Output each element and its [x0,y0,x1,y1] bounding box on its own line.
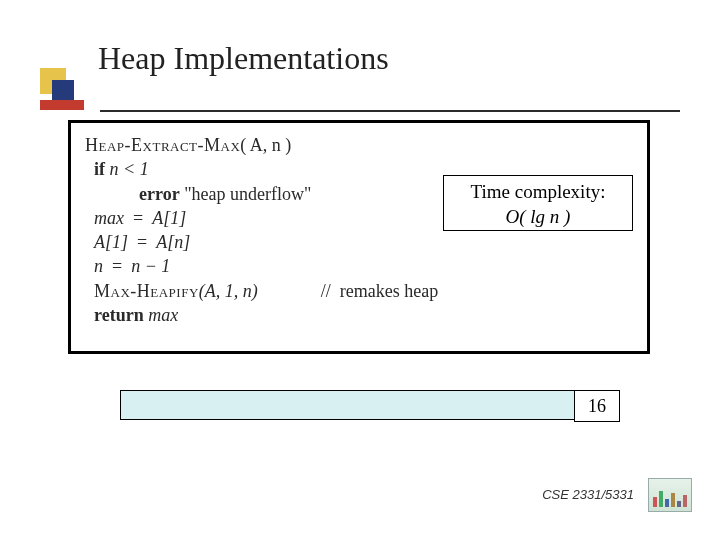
decor-square-blue [52,80,74,102]
kw-return: return [94,305,144,325]
kw-if: if [94,159,105,179]
algorithm-box: Heap-Extract-Max( A, n ) if n < 1 error … [68,120,650,354]
title-bullet-decor [40,68,94,122]
maxheapify-args: (A, 1, n) [199,281,258,301]
return-max: max [144,305,179,325]
algo-args: ( A, n ) [240,135,291,155]
call-maxheapify: Max-Heapify [94,281,199,301]
icon-bar [665,499,669,507]
algo-line-6: Max-Heapify(A, 1, n) // remakes heap [85,279,633,303]
complexity-value: O( lg n ) [444,205,632,230]
icon-bar [659,491,663,507]
lhs-n: n [94,256,103,276]
array-bar: 16 [120,390,620,420]
rhs-a1: A[1] [152,208,186,228]
kw-error: error [139,184,180,204]
rhs-an: A[n] [156,232,190,252]
icon-bar [683,495,687,507]
icon-bar [671,493,675,507]
array-cell-16: 16 [574,390,620,422]
lhs-a1: A[1] [94,232,128,252]
comment-remakes: // remakes heap [321,281,438,301]
algo-line-5: n = n − 1 [85,254,633,278]
algo-header: Heap-Extract-Max( A, n ) [85,133,633,157]
slide-title: Heap Implementations [98,40,389,77]
footer-course: CSE 2331/5331 [542,487,634,502]
icon-bar [677,501,681,507]
title-underline [100,110,680,112]
complexity-box: Time complexity: O( lg n ) [443,175,633,231]
icon-bar [653,497,657,507]
algo-name: Heap-Extract-Max [85,135,240,155]
error-msg: "heap underflow" [180,184,312,204]
lhs-max: max [94,208,124,228]
footer-chart-icon [648,478,692,512]
decor-square-red [40,100,84,110]
algo-line-4: A[1] = A[n] [85,230,633,254]
cond-n-lt-1: n < 1 [110,159,149,179]
algo-line-7: return max [85,303,633,327]
complexity-label: Time complexity: [444,180,632,205]
rhs-nminus1: n − 1 [131,256,170,276]
